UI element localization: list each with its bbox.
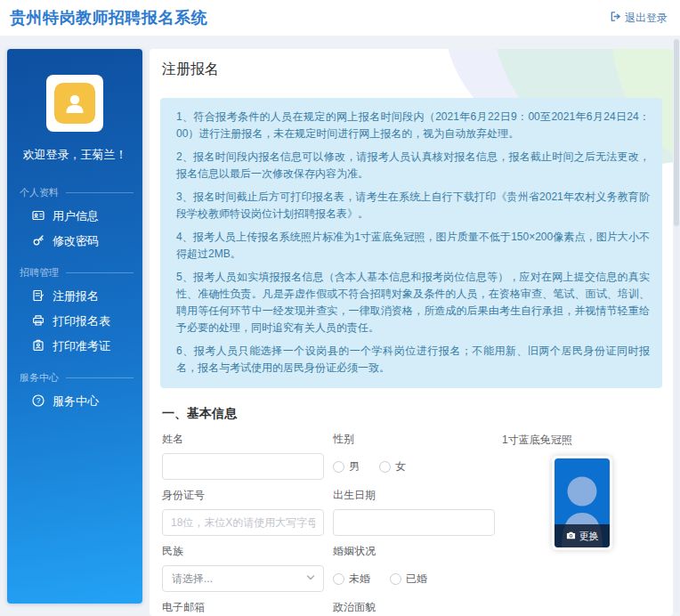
birth-date-field-group: 出生日期: [333, 488, 495, 536]
logout-label: 退出登录: [625, 11, 668, 26]
sidebar-item-register[interactable]: 注册报名: [7, 284, 142, 309]
sidebar-item-service-center[interactable]: ? 服务中心: [7, 389, 142, 414]
section-title: 一、基本信息: [162, 406, 662, 422]
email-label: 电子邮箱: [162, 600, 324, 615]
svg-text:?: ?: [36, 396, 41, 405]
notice-item: 5、报考人员如实填报报名信息（含本人基本信息和报考岗位信息等），应对在网上提交信…: [176, 269, 650, 336]
sidebar-item-change-password[interactable]: 修改密码: [7, 229, 142, 254]
sidebar-item-print-form[interactable]: 打印报名表: [7, 309, 142, 334]
marital-radio-group: 未婚 已婚: [333, 565, 495, 592]
radio-circle-icon: [390, 573, 401, 585]
marital-option-label: 已婚: [406, 571, 427, 587]
marital-label: 婚姻状况: [333, 544, 495, 559]
nav-section-service: 服务中心: [7, 371, 142, 385]
id-card-icon: [32, 209, 45, 224]
welcome-text: 欢迎登录，王菊兰！: [7, 147, 142, 163]
notice-item: 4、报考人员上传报名系统照片标准为1寸蓝底免冠照，图片质量不低于150×200像…: [176, 229, 650, 263]
gender-label: 性别: [333, 432, 495, 447]
notice-item: 3、报名时间截止后方可打印报名表，请考生在系统上自行下载打印《贵州省2021年农…: [176, 189, 650, 223]
sidebar-item-label: 打印报名表: [53, 313, 110, 329]
camera-icon: [566, 531, 576, 542]
app-header: 贵州特岗教师招聘报名系统 退出登录: [0, 0, 680, 36]
chevron-down-icon: [306, 572, 315, 585]
nav-section-personal: 个人资料: [7, 186, 142, 199]
ethnicity-field-group: 民族 请选择...: [162, 544, 324, 592]
marital-option-label: 未婚: [349, 571, 370, 587]
key-icon: [32, 234, 45, 249]
basic-info-section: 一、基本信息 姓名 性别 男 女: [162, 406, 662, 616]
political-label: 政治面貌: [333, 600, 495, 615]
sidebar-item-user-info[interactable]: 用户信息: [7, 204, 142, 229]
nav-section-recruit: 招聘管理: [7, 266, 142, 280]
scrollbar[interactable]: [674, 39, 679, 613]
ethnicity-label: 民族: [162, 544, 324, 559]
register-icon: [32, 289, 45, 304]
gender-radio-female[interactable]: 女: [379, 459, 406, 474]
scrollbar-thumb[interactable]: [674, 39, 679, 226]
birth-date-input[interactable]: [333, 509, 495, 536]
logout-button[interactable]: 退出登录: [610, 11, 668, 26]
photo-label: 1寸蓝底免冠照: [502, 434, 572, 446]
sidebar-item-label: 注册报名: [53, 288, 99, 304]
ethnicity-select-placeholder: 请选择...: [172, 571, 213, 587]
notice-item: 6、报考人员只能选择一个设岗县的一个学科岗位进行报名；不能用新、旧两个居民身份证…: [176, 343, 650, 377]
question-circle-icon: ?: [32, 394, 45, 409]
gender-radio-male[interactable]: 男: [333, 459, 360, 474]
sidebar-item-label: 服务中心: [53, 393, 99, 409]
id-photo-placeholder: 更换: [555, 458, 610, 547]
id-number-field-group: 身份证号: [162, 488, 324, 536]
gender-option-label: 男: [349, 459, 360, 474]
sidebar-item-label: 打印准考证: [53, 338, 110, 354]
marital-radio-unmarried[interactable]: 未婚: [333, 571, 370, 587]
sidebar-item-label: 用户信息: [53, 208, 99, 224]
notice-box: 1、符合报考条件的人员在规定的网上报名时间段内（2021年6月22日9：00至2…: [160, 98, 662, 388]
birth-date-label: 出生日期: [333, 488, 495, 503]
id-number-label: 身份证号: [162, 488, 324, 503]
gender-radio-group: 男 女: [333, 453, 495, 480]
printer-icon: [32, 314, 45, 329]
ethnicity-select[interactable]: 请选择...: [162, 565, 324, 592]
political-field-group: 政治面貌 请选择...: [333, 600, 495, 616]
page-title: 注册报名: [162, 61, 673, 79]
email-field-group: 电子邮箱: [162, 600, 324, 616]
sidebar-nav: 个人资料 用户信息 修改密码 招聘管理: [7, 186, 142, 414]
photo-card: 更换: [552, 456, 612, 550]
photo-change-label: 更换: [579, 530, 599, 543]
badge-icon: [32, 339, 45, 354]
marital-field-group: 婚姻状况 未婚 已婚: [333, 544, 495, 592]
avatar: [46, 75, 103, 132]
photo-area: 1寸蓝底免冠照: [502, 431, 653, 550]
logout-icon: [610, 11, 621, 25]
radio-circle-icon: [379, 461, 391, 473]
sidebar-item-print-ticket[interactable]: 打印准考证: [7, 334, 142, 359]
photo-change-button[interactable]: 更换: [555, 524, 610, 547]
gender-field-group: 性别 男 女: [333, 432, 495, 480]
marital-radio-married[interactable]: 已婚: [390, 571, 427, 587]
sidebar: 欢迎登录，王菊兰！ 个人资料 用户信息 修改密码 招聘管理: [7, 49, 142, 604]
sidebar-item-label: 修改密码: [53, 233, 99, 249]
notice-item: 2、报名时间段内报名信息可以修改，请报考人员认真核对报名信息，报名截止时间之后无…: [176, 149, 650, 182]
app-title: 贵州特岗教师招聘报名系统: [10, 7, 207, 28]
name-label: 姓名: [162, 432, 324, 447]
id-number-input[interactable]: [162, 509, 324, 536]
gender-option-label: 女: [395, 459, 406, 474]
radio-circle-icon: [333, 461, 344, 473]
notice-item: 1、符合报考条件的人员在规定的网上报名时间段内（2021年6月22日9：00至2…: [176, 109, 650, 142]
avatar-person-icon: [54, 83, 95, 124]
main-panel: 注册报名 1、符合报考条件的人员在规定的网上报名时间段内（2021年6月22日9…: [150, 49, 673, 616]
name-field-group: 姓名: [162, 432, 324, 480]
name-input[interactable]: [162, 453, 324, 480]
radio-circle-icon: [333, 573, 344, 585]
